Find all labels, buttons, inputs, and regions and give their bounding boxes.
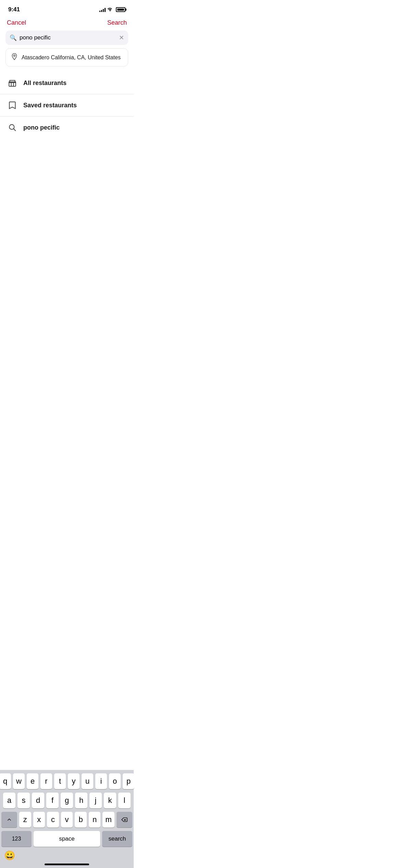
saved-restaurants-label: Saved restaurants — [23, 102, 77, 109]
status-icons — [99, 7, 125, 12]
suggestion-list: All restaurants Saved restaurants pono p… — [0, 72, 134, 138]
suggestion-all-restaurants[interactable]: All restaurants — [0, 72, 134, 94]
status-time: 9:41 — [8, 6, 20, 13]
search-nav-button[interactable]: Search — [107, 19, 127, 26]
wifi-icon — [108, 7, 114, 12]
clear-button[interactable]: ✕︎ — [119, 34, 124, 41]
all-restaurants-label: All restaurants — [23, 80, 66, 87]
bookmark-icon — [7, 100, 18, 111]
svg-rect-2 — [9, 83, 16, 86]
search-icon: 🔍 — [10, 34, 17, 41]
svg-point-5 — [9, 124, 14, 129]
suggestion-search-query[interactable]: pono pecific — [0, 117, 134, 138]
search-input[interactable] — [20, 34, 116, 41]
storefront-icon — [7, 77, 18, 88]
battery-icon — [116, 7, 125, 12]
suggestion-saved-restaurants[interactable]: Saved restaurants — [0, 94, 134, 117]
signal-icon — [99, 7, 106, 12]
location-row[interactable]: Atascadero California, CA, United States — [5, 48, 128, 67]
search-query-label: pono pecific — [23, 124, 60, 131]
svg-point-1 — [14, 55, 15, 57]
location-icon — [11, 53, 18, 62]
svg-point-0 — [110, 11, 110, 11]
cancel-button[interactable]: Cancel — [7, 19, 26, 26]
search-input-container[interactable]: 🔍 ✕︎ — [5, 31, 128, 45]
search-suggestion-icon — [7, 122, 18, 133]
status-bar: 9:41 — [0, 0, 134, 16]
svg-line-6 — [14, 129, 16, 131]
nav-bar: Cancel Search — [0, 16, 134, 31]
location-text: Atascadero California, CA, United States — [22, 55, 121, 61]
